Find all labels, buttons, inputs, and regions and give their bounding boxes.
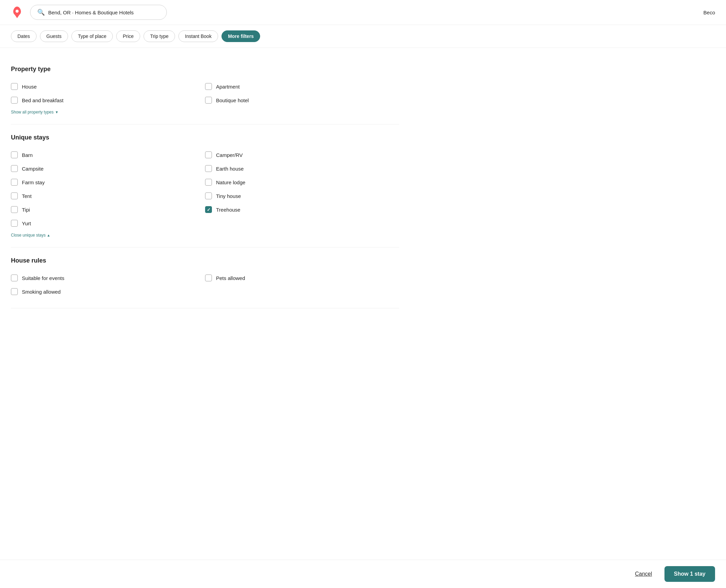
checkbox-boutique-hotel[interactable]: Boutique hotel (205, 93, 399, 107)
checkbox-tent[interactable]: Tent (11, 189, 205, 203)
house-rules-section: House rules Suitable for events Smoking … (11, 248, 399, 308)
close-unique-stays-label: Close unique stays (11, 233, 45, 238)
checkbox-tipi[interactable]: Tipi (11, 203, 205, 216)
checkbox-tent-input[interactable] (11, 192, 18, 199)
checkbox-house[interactable]: House (11, 80, 205, 93)
checkbox-nature-lodge-input[interactable] (205, 179, 212, 186)
filter-more-filters[interactable]: More filters (221, 30, 260, 42)
checkbox-yurt[interactable]: Yurt (11, 216, 205, 230)
checkbox-apartment[interactable]: Apartment (205, 80, 399, 93)
filter-instant-book[interactable]: Instant Book (178, 30, 218, 42)
checkbox-boutique-hotel-input[interactable] (205, 97, 212, 104)
checkbox-nature-lodge-label: Nature lodge (216, 179, 245, 185)
checkbox-house-input[interactable] (11, 83, 18, 90)
checkbox-barn-label: Barn (22, 152, 33, 158)
checkbox-tiny-house[interactable]: Tiny house (205, 189, 399, 203)
checkbox-pets-input[interactable] (205, 275, 212, 281)
checkbox-tent-label: Tent (22, 193, 31, 199)
checkbox-farm-stay-label: Farm stay (22, 179, 45, 185)
checkbox-treehouse[interactable]: Treehouse (205, 203, 399, 216)
checkbox-earth-house-label: Earth house (216, 166, 244, 172)
checkbox-bed-breakfast-label: Bed and breakfast (22, 97, 64, 103)
house-rules-grid: Suitable for events Smoking allowed Pets… (11, 271, 399, 298)
checkbox-earth-house[interactable]: Earth house (205, 162, 399, 175)
checkbox-boutique-hotel-label: Boutique hotel (216, 97, 249, 103)
checkbox-smoking-allowed[interactable]: Smoking allowed (11, 285, 205, 298)
checkbox-tiny-house-input[interactable] (205, 192, 212, 199)
checkbox-bed-breakfast[interactable]: Bed and breakfast (11, 93, 205, 107)
chevron-up-icon: ▴ (48, 233, 50, 238)
checkbox-campsite[interactable]: Campsite (11, 162, 205, 175)
checkbox-apartment-input[interactable] (205, 83, 212, 90)
checkbox-tipi-label: Tipi (22, 207, 30, 213)
checkbox-yurt-label: Yurt (22, 220, 31, 226)
checkbox-camper-rv[interactable]: Camper/RV (205, 148, 399, 162)
checkbox-campsite-label: Campsite (22, 166, 43, 172)
header: 🔍 Bend, OR · Homes & Boutique Hotels Bec… (0, 0, 726, 25)
main-content: Property type House Bed and breakfast Ap… (0, 48, 410, 349)
search-icon: 🔍 (37, 9, 45, 16)
checkbox-nature-lodge[interactable]: Nature lodge (205, 175, 399, 189)
checkbox-farm-stay-input[interactable] (11, 179, 18, 186)
checkbox-treehouse-input[interactable] (205, 206, 212, 213)
filter-dates[interactable]: Dates (11, 30, 37, 42)
checkbox-pets-label: Pets allowed (216, 275, 245, 281)
property-type-title: Property type (11, 66, 399, 73)
checkbox-farm-stay[interactable]: Farm stay (11, 175, 205, 189)
unique-stays-title: Unique stays (11, 134, 399, 141)
airbnb-logo[interactable] (11, 6, 23, 18)
checkbox-barn-input[interactable] (11, 151, 18, 158)
chevron-down-icon: ▾ (56, 110, 58, 115)
user-label[interactable]: Beco (703, 10, 715, 15)
show-all-property-types-link[interactable]: Show all property types ▾ (11, 110, 399, 115)
filter-type-of-place[interactable]: Type of place (71, 30, 113, 42)
filter-guests[interactable]: Guests (40, 30, 68, 42)
house-rules-title: House rules (11, 257, 399, 264)
checkbox-earth-house-input[interactable] (205, 165, 212, 172)
filter-price[interactable]: Price (116, 30, 140, 42)
checkbox-smoking-input[interactable] (11, 288, 18, 295)
filter-bar: Dates Guests Type of place Price Trip ty… (0, 25, 726, 48)
checkbox-house-label: House (22, 84, 37, 90)
checkbox-suitable-events-input[interactable] (11, 275, 18, 281)
checkbox-camper-rv-input[interactable] (205, 151, 212, 158)
checkbox-barn[interactable]: Barn (11, 148, 205, 162)
unique-stays-grid: Barn Campsite Farm stay Tent Tipi (11, 148, 399, 230)
checkbox-treehouse-label: Treehouse (216, 207, 240, 213)
checkbox-apartment-label: Apartment (216, 84, 240, 90)
property-type-section: Property type House Bed and breakfast Ap… (11, 56, 399, 124)
unique-stays-section: Unique stays Barn Campsite Farm stay Ten… (11, 124, 399, 248)
search-text: Bend, OR · Homes & Boutique Hotels (48, 10, 134, 15)
search-bar[interactable]: 🔍 Bend, OR · Homes & Boutique Hotels (30, 5, 167, 20)
checkbox-tiny-house-label: Tiny house (216, 193, 241, 199)
checkbox-suitable-for-events[interactable]: Suitable for events (11, 271, 205, 285)
checkbox-yurt-input[interactable] (11, 220, 18, 227)
filter-trip-type[interactable]: Trip type (144, 30, 175, 42)
close-unique-stays-link[interactable]: Close unique stays ▴ (11, 233, 399, 238)
property-type-grid: House Bed and breakfast Apartment Boutiq… (11, 80, 399, 107)
svg-point-0 (16, 10, 19, 13)
checkbox-pets-allowed[interactable]: Pets allowed (205, 271, 399, 285)
checkbox-campsite-input[interactable] (11, 165, 18, 172)
checkbox-smoking-label: Smoking allowed (22, 289, 60, 295)
checkbox-tipi-input[interactable] (11, 206, 18, 213)
checkbox-camper-rv-label: Camper/RV (216, 152, 243, 158)
checkbox-suitable-events-label: Suitable for events (22, 275, 64, 281)
show-all-property-types-label: Show all property types (11, 110, 54, 115)
checkbox-bed-breakfast-input[interactable] (11, 97, 18, 104)
